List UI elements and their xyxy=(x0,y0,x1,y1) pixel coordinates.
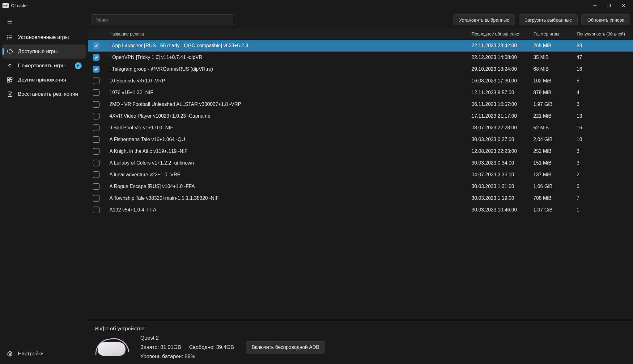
col-popularity-header[interactable]: Популярность (30 дней) xyxy=(574,28,633,40)
svg-point-11 xyxy=(7,37,8,38)
table-row[interactable]: A Township Tale v38320+main-1.5.1.1.3832… xyxy=(88,192,633,204)
list-check-icon xyxy=(6,34,14,40)
row-checkbox[interactable] xyxy=(93,136,100,143)
cell-updated: 08.07.2023 22:28:00 xyxy=(469,122,531,134)
cell-popularity: 16 xyxy=(574,122,633,134)
table-row[interactable]: 2MD - VR Football Unleashed ALLSTAR v300… xyxy=(88,98,633,110)
table-row[interactable]: ! App Launcher [RUS - 56 ready - QGO com… xyxy=(88,40,633,52)
svg-point-10 xyxy=(7,36,8,36)
panel-divider[interactable] xyxy=(88,319,633,321)
cell-updated: 30.03.2023 1:19:00 xyxy=(469,192,531,204)
col-updated-header[interactable]: Последнее обновление xyxy=(469,28,531,40)
table-row[interactable]: A Rogue Escape [RUS] v104+1.0 -FFA30.03.… xyxy=(88,181,633,192)
upload-icon xyxy=(6,63,14,69)
cell-updated: 30.03.2023 10:46:00 xyxy=(469,204,531,216)
table-row[interactable]: A Fishermans Tale v16+1.064 -QU30.03.202… xyxy=(88,134,633,145)
row-checkbox[interactable] xyxy=(93,183,100,190)
cell-size: 1,06 GiB xyxy=(531,181,574,192)
cell-name: ! Telegram group - @VRGamesRUS (dipVR.ru… xyxy=(104,63,469,75)
table-row[interactable]: ! OpenVPN [Tricky 1.0] v11+0.7.41 -dipVR… xyxy=(88,52,633,63)
cell-updated: 22.12.2023 14:08:00 xyxy=(469,52,531,63)
hamburger-button[interactable] xyxy=(4,15,16,28)
cell-updated: 06.11.2023 10:57:00 xyxy=(469,98,531,110)
cell-name: ! OpenVPN [Tricky 1.0] v11+0.7.41 -dipVR xyxy=(104,52,469,63)
install-selected-button[interactable]: Установить выбранные xyxy=(453,14,515,25)
cell-popularity: 6 xyxy=(574,181,633,192)
cell-name: A Knight in the Attic v119+.119 -NIF xyxy=(104,145,469,157)
cell-updated: 29.10.2023 13:24:00 xyxy=(469,63,531,75)
app-title: QLoader xyxy=(11,3,28,8)
cell-popularity: 83 xyxy=(574,40,633,52)
maximize-button[interactable] xyxy=(602,1,616,10)
cell-size: 879 MiB xyxy=(531,87,574,98)
sidebar-item-available[interactable]: Доступные игры xyxy=(2,44,86,59)
row-checkbox[interactable] xyxy=(93,148,100,155)
cell-popularity: 3 xyxy=(574,157,633,169)
device-info-panel: Инфо об устройстве: Quest 2 Занято: 81,0… xyxy=(88,321,633,364)
cell-updated: 12.11.2023 9:57:00 xyxy=(469,87,531,98)
svg-rect-21 xyxy=(9,94,11,96)
row-checkbox[interactable] xyxy=(93,195,100,202)
table-row[interactable]: A Knight in the Attic v119+.119 -NIF12.0… xyxy=(88,145,633,157)
sidebar-item-label: Восстановить рез. копии xyxy=(18,91,78,97)
sidebar-item-settings[interactable]: Настройки xyxy=(2,347,86,361)
cell-updated: 17.11.2023 21:17:00 xyxy=(469,110,531,122)
table-row[interactable]: 4XVR Video Player v10023+1.0.23 -Capname… xyxy=(88,110,633,122)
cell-popularity: 13 xyxy=(574,110,633,122)
cell-popularity: 7 xyxy=(574,192,633,204)
row-checkbox[interactable] xyxy=(93,101,100,108)
row-checkbox[interactable] xyxy=(93,42,100,49)
table-row[interactable]: A Lullaby of Colors v1+1.2.2 -unknown30.… xyxy=(88,157,633,169)
sidebar-item-restore[interactable]: Восстановить рез. копии xyxy=(2,87,86,101)
table-row[interactable]: 9 Ball Pool Vrx v1+1.0.0 -NIF08.07.2023 … xyxy=(88,122,633,134)
download-selected-button[interactable]: Загрузить выбранные xyxy=(519,14,578,25)
row-checkbox[interactable] xyxy=(93,113,100,119)
col-name-header[interactable]: Название релиза xyxy=(104,28,469,40)
cell-updated: 22.11.2023 23:42:00 xyxy=(469,40,531,52)
games-table: Название релиза Последнее обновление Раз… xyxy=(88,28,633,216)
table-row[interactable]: 1976 v15+1.32 -NIF12.11.2023 9:57:00879 … xyxy=(88,87,633,98)
sidebar-item-label: Доступные игры xyxy=(18,48,58,55)
cell-size: 265 MiB xyxy=(531,40,574,52)
cell-popularity: 1 xyxy=(574,204,633,216)
row-checkbox[interactable] xyxy=(93,207,100,213)
row-checkbox[interactable] xyxy=(93,160,100,166)
table-row[interactable]: ! Telegram group - @VRGamesRUS (dipVR.ru… xyxy=(88,63,633,75)
cell-updated: 30.03.2023 0:34:00 xyxy=(469,157,531,169)
cell-popularity: 47 xyxy=(574,52,633,63)
cell-updated: 04.07.2023 3:36:00 xyxy=(469,169,531,181)
search-input[interactable] xyxy=(91,14,233,25)
cell-popularity: 10 xyxy=(574,134,633,145)
main-content: Установить выбранные Загрузить выбранные… xyxy=(88,11,633,364)
cell-size: 151 MiB xyxy=(531,157,574,169)
table-row[interactable]: A lunar adventure v22+1.0 -VRP04.07.2023… xyxy=(88,169,633,181)
cell-name: 2MD - VR Football Unleashed ALLSTAR v300… xyxy=(104,98,469,110)
col-size-header[interactable]: Размер игры xyxy=(531,28,574,40)
device-info-title: Инфо об устройстве: xyxy=(95,326,626,332)
window-controls xyxy=(588,1,631,10)
table-row[interactable]: 10 Seconds v3+1.0 -VRP16.08.2023 17:30:0… xyxy=(88,75,633,87)
row-checkbox[interactable] xyxy=(93,171,100,178)
minimize-button[interactable] xyxy=(588,1,602,10)
close-button[interactable] xyxy=(616,1,631,10)
table-row[interactable]: A102 v54+1.0.4 -FFA30.03.2023 10:46:001,… xyxy=(88,204,633,216)
row-checkbox[interactable] xyxy=(93,54,100,61)
cell-size: 35 MiB xyxy=(531,52,574,63)
row-checkbox[interactable] xyxy=(93,89,100,96)
cell-updated: 16.08.2023 17:30:00 xyxy=(469,75,531,87)
cell-popularity: 16 xyxy=(574,63,633,75)
refresh-list-button[interactable]: Обновить список xyxy=(581,14,630,25)
row-checkbox[interactable] xyxy=(93,66,100,73)
games-table-scroll[interactable]: Название релиза Последнее обновление Раз… xyxy=(88,28,633,319)
sidebar-item-installed[interactable]: Установленные игры xyxy=(2,30,86,44)
sidebar-item-donate[interactable]: Пожертвовать игры 6 xyxy=(2,59,86,73)
sidebar-item-other-apps[interactable]: Другие приложения xyxy=(2,73,86,87)
enable-wireless-adb-button[interactable]: Включить беспроводной ADB xyxy=(246,341,325,354)
row-checkbox[interactable] xyxy=(93,77,100,84)
cell-name: A Township Tale v38320+main-1.5.1.1.3832… xyxy=(104,192,469,204)
save-icon xyxy=(6,91,14,97)
app-icon: NIF xyxy=(2,3,9,8)
row-checkbox[interactable] xyxy=(93,124,100,131)
device-name: Quest 2 xyxy=(140,335,234,341)
gear-icon xyxy=(6,351,14,357)
